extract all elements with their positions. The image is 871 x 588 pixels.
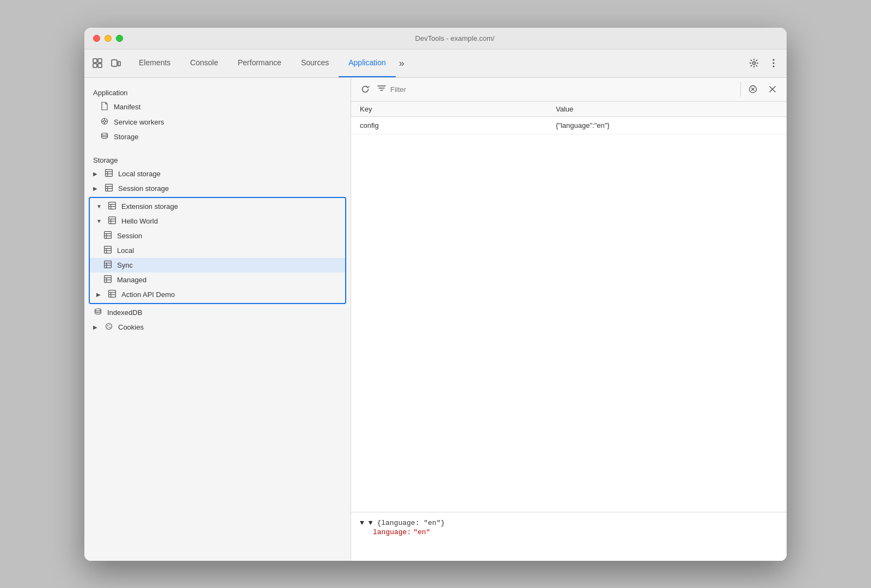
svg-rect-17: [106, 169, 113, 176]
svg-rect-37: [105, 246, 112, 253]
local-storage-arrow: ▶: [93, 171, 100, 177]
section-title-application: Application: [84, 84, 351, 99]
settings-button[interactable]: [745, 54, 763, 72]
detail-object-label: ▼ {language: "en"}: [369, 519, 445, 527]
detail-expanded-row: ▼ ▼ {language: "en"}: [360, 519, 778, 527]
storage-app-label: Storage: [114, 133, 139, 141]
extension-storage-icon: [107, 202, 117, 211]
sidebar-item-manifest[interactable]: Manifest: [84, 99, 351, 115]
title-bar: DevTools - example.com/: [84, 28, 787, 49]
session-icon: [103, 231, 113, 240]
main-content: Application Manifest: [84, 78, 787, 561]
action-api-demo-icon: [107, 290, 117, 299]
refresh-button[interactable]: [358, 82, 373, 97]
indexeddb-label: IndexedDB: [107, 308, 142, 317]
sidebar-item-service-workers[interactable]: Service workers: [84, 115, 351, 129]
tab-console[interactable]: Console: [180, 49, 228, 77]
minimize-button[interactable]: [105, 35, 112, 42]
session-storage-label: Session storage: [118, 184, 169, 193]
tab-sources[interactable]: Sources: [291, 49, 339, 77]
window-title: DevTools - example.com/: [132, 34, 778, 42]
svg-point-6: [753, 62, 756, 65]
manifest-icon: [100, 102, 109, 112]
svg-point-7: [773, 59, 775, 61]
more-tabs-button[interactable]: »: [396, 58, 408, 69]
sidebar-item-local[interactable]: Local: [90, 243, 345, 258]
svg-rect-45: [105, 275, 112, 282]
sidebar-item-storage-app[interactable]: Storage: [84, 129, 351, 144]
table-area: Key Value config {"language":"en"}: [351, 102, 787, 512]
table-row[interactable]: config {"language":"en"}: [351, 116, 787, 134]
svg-rect-5: [118, 61, 120, 66]
cell-key: config: [351, 116, 547, 134]
svg-rect-33: [105, 231, 112, 238]
sidebar-item-sync[interactable]: Sync: [90, 258, 345, 273]
sidebar-item-extension-storage[interactable]: ▼ Extension storage: [90, 199, 345, 214]
sidebar-item-indexeddb[interactable]: IndexedDB: [84, 305, 351, 320]
svg-point-58: [108, 327, 108, 327]
managed-icon: [103, 275, 113, 284]
maximize-button[interactable]: [116, 35, 123, 42]
cookies-arrow: ▶: [93, 324, 100, 330]
manifest-label: Manifest: [114, 103, 140, 111]
sidebar-item-managed[interactable]: Managed: [90, 273, 345, 287]
filter-divider: [740, 82, 741, 97]
svg-point-55: [107, 325, 108, 326]
sidebar-item-session-storage[interactable]: ▶ Session storage: [84, 181, 351, 196]
svg-rect-41: [105, 261, 112, 268]
sidebar-item-session[interactable]: Session: [90, 228, 345, 243]
data-table: Key Value config {"language":"en"}: [351, 102, 787, 134]
detail-property-row: language: "en": [360, 528, 778, 536]
traffic-lights: [93, 35, 123, 42]
cookies-icon: [104, 323, 114, 332]
sidebar-item-hello-world[interactable]: ▼ Hello World: [90, 214, 345, 228]
more-options-button[interactable]: [765, 54, 782, 72]
devtools-window: DevTools - example.com/ Elements: [84, 28, 787, 561]
toolbar-right: [745, 54, 782, 72]
svg-point-57: [109, 327, 111, 328]
session-label: Session: [117, 232, 142, 240]
close-button[interactable]: [93, 35, 100, 42]
filter-bar: [351, 78, 787, 102]
sidebar-item-local-storage[interactable]: ▶ Local storage: [84, 166, 351, 181]
svg-point-9: [773, 66, 775, 67]
detail-panel: ▼ ▼ {language: "en"} language: "en": [351, 512, 787, 561]
tab-performance[interactable]: Performance: [228, 49, 291, 77]
extension-storage-box: ▼ Extension storage ▼: [89, 197, 346, 304]
action-api-demo-label: Action API Demo: [121, 290, 175, 299]
filter-input[interactable]: [390, 85, 736, 94]
svg-rect-25: [109, 202, 116, 209]
svg-rect-0: [93, 59, 97, 63]
detail-expand-arrow[interactable]: ▼: [360, 519, 364, 527]
tab-elements[interactable]: Elements: [129, 49, 180, 77]
tab-application[interactable]: Application: [339, 49, 396, 77]
device-toggle-button[interactable]: [107, 54, 125, 72]
local-label: Local: [117, 246, 134, 255]
svg-rect-4: [112, 60, 117, 66]
svg-point-56: [109, 324, 110, 325]
service-workers-label: Service workers: [114, 118, 164, 126]
close-button-filter[interactable]: [765, 82, 780, 97]
sidebar: Application Manifest: [84, 78, 351, 561]
service-workers-icon: [100, 117, 109, 127]
sidebar-item-action-api-demo[interactable]: ▶ Action API Demo: [90, 287, 345, 302]
sidebar-item-cookies[interactable]: ▶ Cookies: [84, 320, 351, 335]
indexeddb-icon: [93, 308, 103, 317]
svg-point-16: [102, 133, 108, 135]
svg-rect-1: [93, 64, 97, 67]
svg-rect-21: [106, 184, 113, 191]
sync-icon: [103, 261, 113, 270]
hello-world-arrow: ▼: [96, 218, 103, 224]
svg-rect-3: [98, 64, 102, 67]
storage-app-icon: [100, 132, 109, 141]
col-header-key: Key: [351, 102, 547, 117]
clear-filter-button[interactable]: [745, 82, 760, 97]
svg-point-53: [95, 308, 101, 311]
toolbar-icons: [89, 54, 125, 72]
cookies-label: Cookies: [118, 323, 144, 331]
cell-value: {"language":"en"}: [547, 116, 787, 134]
managed-label: Managed: [117, 276, 146, 284]
session-storage-arrow: ▶: [93, 185, 100, 191]
local-icon: [103, 246, 113, 255]
inspect-element-button[interactable]: [89, 54, 106, 72]
